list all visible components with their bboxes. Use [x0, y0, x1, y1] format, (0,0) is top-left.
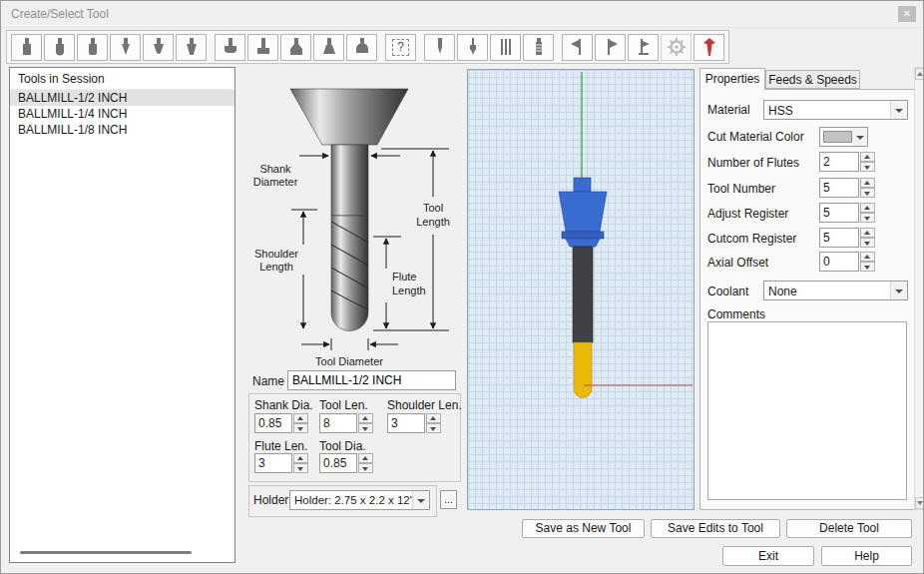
cutcom-register-input[interactable]: 5: [819, 228, 859, 248]
scroll-down-arrow[interactable]: [915, 497, 924, 509]
axial-offset-input[interactable]: 0: [819, 252, 859, 272]
flute-len-label: Flute Len.: [254, 439, 307, 453]
cut-material-color-label: Cut Material Color: [707, 130, 804, 144]
shank-diameter-dimension: Shank Diameter: [253, 156, 400, 188]
tool-name-input[interactable]: [287, 370, 456, 390]
tool-number-input[interactable]: 5: [819, 178, 859, 198]
tool-list-item[interactable]: BALLMILL-1/8 INCH: [10, 122, 234, 138]
number-of-flutes-input[interactable]: 2: [819, 152, 859, 172]
axial-offset-down-arrow[interactable]: [860, 262, 875, 272]
hscroll-thumb[interactable]: [20, 551, 192, 554]
tool-list-item[interactable]: BALLMILL-1/4 INCH: [10, 106, 234, 122]
save-edits-to-tool-button[interactable]: Save Edits to Tool: [651, 519, 780, 538]
undefined-tool-icon[interactable]: ?: [385, 34, 416, 61]
delete-tool-button[interactable]: Delete Tool: [786, 519, 912, 538]
cutcom-register-up-arrow[interactable]: [860, 228, 875, 238]
axial-offset-up-arrow[interactable]: [860, 252, 875, 262]
coolant-label: Coolant: [707, 285, 748, 298]
tool-preview-render: [468, 70, 693, 509]
shank-dia-input[interactable]: 0.85: [254, 413, 292, 433]
flute-length-label-line2: Length: [392, 285, 426, 296]
thread-mill-icon[interactable]: [490, 34, 521, 61]
comments-input[interactable]: [707, 321, 907, 500]
flutes-up-arrow[interactable]: [860, 152, 875, 162]
flute-length-dimension: Flute Length: [373, 237, 426, 328]
adjust-register-input[interactable]: 5: [819, 203, 859, 223]
adjust-register-up-arrow[interactable]: [860, 203, 875, 213]
axial-offset-label: Axial Offset: [707, 256, 768, 270]
flute-len-up-arrow[interactable]: [293, 453, 308, 463]
shank-dia-down-arrow[interactable]: [293, 423, 308, 433]
chamfer-mill-icon[interactable]: [280, 34, 311, 61]
tool-list-hscrollbar[interactable]: [16, 550, 227, 555]
tool-list-item[interactable]: BALLMILL-1/2 INCH: [10, 90, 234, 106]
dovetail-cutter-icon[interactable]: [313, 34, 344, 61]
coolant-dropdown-caret-icon[interactable]: [890, 282, 907, 299]
number-of-flutes-label: Number of Flutes: [707, 156, 799, 170]
form-tool-left-icon[interactable]: [562, 34, 593, 61]
tool-length-dimension: Tool Length: [373, 149, 450, 330]
tool-dia-input[interactable]: 0.85: [319, 453, 357, 473]
flute-len-spinner: 3: [254, 453, 308, 473]
tool-len-down-arrow[interactable]: [358, 423, 373, 433]
face-mill-icon[interactable]: [215, 34, 245, 61]
holder-label: Holder: [253, 493, 288, 507]
tool-len-input[interactable]: 8: [319, 413, 357, 433]
wheel-tool-gear-icon[interactable]: [661, 34, 692, 61]
save-as-new-tool-button[interactable]: Save as New Tool: [522, 519, 645, 538]
adjust-register-spinner: 5: [819, 203, 875, 223]
shoulder-len-input[interactable]: 3: [387, 413, 425, 433]
tool-dia-down-arrow[interactable]: [358, 463, 373, 473]
tool-dia-up-arrow[interactable]: [358, 453, 373, 463]
cutcom-register-down-arrow[interactable]: [860, 238, 875, 248]
lathe-form-tool-icon[interactable]: [628, 34, 659, 61]
close-button[interactable]: ✕: [898, 6, 916, 22]
material-dropdown[interactable]: HSS: [763, 100, 908, 120]
tap-tool-icon[interactable]: [523, 34, 554, 61]
shoulder-len-down-arrow[interactable]: [426, 423, 441, 433]
flat-end-mill-icon[interactable]: [11, 34, 42, 61]
tool-dia-label: Tool Dia.: [319, 439, 366, 453]
vee-engraving-tool-icon[interactable]: [110, 34, 141, 61]
shank-dia-up-arrow[interactable]: [293, 413, 308, 423]
bull-nose-mill-icon[interactable]: [77, 34, 108, 61]
cut-material-color-dropdown[interactable]: [819, 127, 868, 147]
color-dropdown-caret-icon[interactable]: [852, 128, 867, 146]
help-button[interactable]: Help: [821, 546, 912, 566]
material-dropdown-caret-icon[interactable]: [890, 101, 907, 119]
ball-end-mill-icon[interactable]: [44, 34, 75, 61]
holder-dropdown-caret-icon[interactable]: [412, 491, 429, 509]
holder-dropdown[interactable]: Holder: 2.75 x 2.2 x 12'': [289, 490, 430, 510]
tool-number-up-arrow[interactable]: [860, 178, 875, 188]
form-tool-right-icon[interactable]: [595, 34, 626, 61]
flutes-down-arrow[interactable]: [860, 162, 875, 172]
countersink-icon[interactable]: [346, 34, 377, 61]
flute-len-input[interactable]: 3: [254, 453, 292, 473]
tool-preview-viewport[interactable]: [467, 69, 694, 510]
create-select-tool-dialog: Create/Select Tool ✕ ? Tools in Session …: [0, 0, 924, 574]
center-drill-icon[interactable]: [457, 34, 488, 61]
flute-len-down-arrow[interactable]: [293, 463, 308, 473]
exit-button[interactable]: Exit: [722, 546, 814, 566]
adjust-register-down-arrow[interactable]: [860, 213, 875, 223]
right-vscrollbar[interactable]: [914, 67, 924, 510]
spot-drill-icon[interactable]: [424, 34, 455, 61]
holder-browse-button[interactable]: ...: [440, 490, 457, 509]
taper-mill-icon[interactable]: [176, 34, 207, 61]
t-slot-cutter-icon[interactable]: [247, 34, 278, 61]
probe-tool-icon[interactable]: [693, 34, 724, 61]
cutcom-register-spinner: 5: [819, 228, 875, 248]
shank-diameter-label-line1: Shank: [259, 163, 291, 175]
tab-feeds-speeds[interactable]: Feeds & Speeds: [765, 70, 860, 89]
tool-dia-spinner: 0.85: [319, 453, 373, 473]
tool-len-up-arrow[interactable]: [358, 413, 373, 423]
axial-offset-spinner: 0: [819, 252, 875, 272]
tool-diameter-dimension: Tool Diameter: [301, 338, 398, 367]
tool-number-down-arrow[interactable]: [860, 188, 875, 198]
coolant-dropdown[interactable]: None: [763, 281, 908, 300]
taper-ball-mill-icon[interactable]: [143, 34, 174, 61]
tool-len-spinner: 8: [319, 413, 373, 433]
shoulder-len-up-arrow[interactable]: [426, 413, 441, 423]
tab-properties[interactable]: Properties: [699, 68, 765, 90]
scroll-up-arrow[interactable]: [915, 68, 924, 80]
